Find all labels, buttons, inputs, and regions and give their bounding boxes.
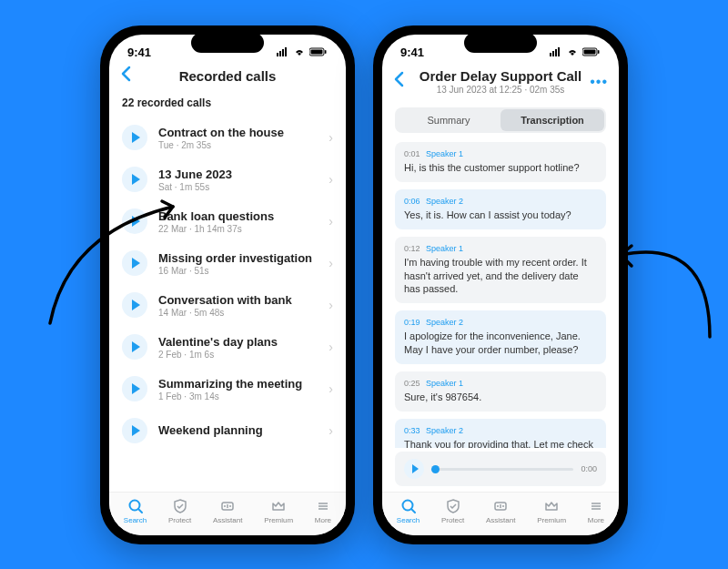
call-subtitle: 22 Mar · 1h 14m 37s — [158, 224, 318, 234]
bubble-text: Hi, is this the customer support hotline… — [404, 161, 597, 175]
svg-rect-5 — [311, 50, 323, 55]
call-item[interactable]: 13 June 2023 Sat · 1m 55s › — [109, 158, 346, 200]
bubble-text: I'm having trouble with my recent order.… — [404, 256, 597, 297]
recorded-calls-list[interactable]: Contract on the house Tue · 2m 35s › 13 … — [109, 117, 346, 492]
call-subtitle: 14 Mar · 5m 48s — [158, 308, 318, 318]
transcript-bubble: 0:19 Speaker 2 I apologize for the incon… — [395, 310, 606, 364]
phone-right-frame: 9:41 Order Delay Support Call 13 Jun 202… — [373, 25, 628, 544]
more-button[interactable]: ••• — [590, 74, 608, 90]
play-icon[interactable] — [122, 376, 147, 401]
tab-bar: SearchProtectAssistantPremiumMore — [382, 492, 619, 535]
call-item[interactable]: Missing order investigation 16 Mar · 51s… — [109, 242, 346, 284]
call-item[interactable]: Summarizing the meeting 1 Feb · 3m 14s › — [109, 368, 346, 410]
tab-protect[interactable]: Protect — [441, 498, 464, 524]
tab-label: Assistant — [213, 516, 242, 524]
tab-label: Search — [397, 516, 420, 524]
svg-rect-19 — [558, 47, 560, 56]
tab-more[interactable]: More — [315, 498, 331, 524]
tab-assistant[interactable]: Assistant — [213, 498, 242, 524]
tab-label: Protect — [168, 516, 191, 524]
back-button[interactable] — [120, 66, 131, 86]
signal-icon — [277, 46, 289, 59]
call-item[interactable]: Conversation with bank 14 Mar · 5m 48s › — [109, 284, 346, 326]
tab-assistant[interactable]: Assistant — [486, 498, 515, 524]
transcript-list[interactable]: 0:01 Speaker 1 Hi, is this the customer … — [382, 142, 619, 448]
bubble-text: Thank you for providing that. Let me che… — [404, 438, 597, 448]
tab-label: Protect — [441, 516, 464, 524]
search-icon — [127, 498, 144, 514]
tab-search[interactable]: Search — [124, 498, 147, 524]
progress-thumb[interactable] — [431, 465, 440, 473]
status-time: 9:41 — [127, 46, 151, 59]
tab-protect[interactable]: Protect — [168, 498, 191, 524]
tab-more[interactable]: More — [588, 498, 604, 524]
chevron-right-icon: › — [329, 256, 333, 270]
wifi-icon — [566, 46, 579, 59]
play-icon[interactable] — [122, 125, 147, 150]
transcript-bubble: 0:01 Speaker 1 Hi, is this the customer … — [395, 142, 606, 182]
more-icon — [588, 498, 604, 514]
back-button[interactable] — [393, 71, 404, 92]
signal-icon — [550, 46, 562, 59]
transcript-bubble: 0:25 Speaker 1 Sure, it's 987654. — [395, 371, 606, 412]
page-title: Order Delay Support Call — [420, 68, 581, 84]
tab-search[interactable]: Search — [397, 498, 420, 524]
tab-label: Search — [124, 516, 147, 524]
svg-rect-6 — [325, 50, 327, 54]
tab-transcription[interactable]: Transcription — [500, 109, 604, 131]
chevron-right-icon: › — [329, 172, 333, 187]
call-title: 13 June 2023 — [158, 168, 318, 181]
page-subtitle: 13 Jun 2023 at 12:25 · 02m 35s — [420, 85, 581, 95]
progress-bar[interactable] — [431, 468, 573, 471]
call-item[interactable]: Weekend planning › — [109, 410, 346, 452]
svg-rect-16 — [550, 53, 551, 56]
play-icon[interactable] — [122, 250, 147, 276]
status-icons — [277, 46, 328, 59]
play-button[interactable] — [404, 459, 424, 479]
svg-rect-21 — [584, 50, 596, 55]
wifi-icon — [293, 46, 306, 59]
status-icons — [550, 46, 601, 59]
tab-bar: SearchProtectAssistantPremiumMore — [109, 492, 346, 535]
call-subtitle: 1 Feb · 3m 14s — [158, 391, 318, 401]
more-icon — [315, 498, 331, 514]
segment-control: Summary Transcription — [395, 107, 606, 133]
transcript-bubble: 0:12 Speaker 1 I'm having trouble with m… — [395, 237, 606, 304]
svg-rect-2 — [282, 49, 284, 56]
notch — [191, 33, 264, 53]
play-icon[interactable] — [122, 334, 147, 360]
shield-icon — [445, 498, 461, 514]
tab-label: More — [588, 516, 604, 524]
call-title: Valentine's day plans — [158, 335, 318, 349]
call-title: Missing order investigation — [158, 251, 318, 265]
tab-label: More — [315, 516, 331, 524]
audio-player: 0:00 — [395, 452, 606, 486]
tab-premium[interactable]: Premium — [537, 498, 566, 524]
assistant-icon — [492, 498, 509, 514]
call-subtitle: Tue · 2m 35s — [158, 140, 318, 150]
status-time: 9:41 — [400, 46, 424, 59]
battery-icon — [582, 46, 601, 59]
list-count: 22 recorded calls — [109, 91, 346, 117]
play-icon[interactable] — [122, 418, 147, 443]
nav-bar: Order Delay Support Call 13 Jun 2023 at … — [382, 63, 619, 102]
search-icon — [400, 498, 417, 514]
player-time: 0:00 — [581, 464, 597, 473]
call-item[interactable]: Bank loan questions 22 Mar · 1h 14m 37s … — [109, 200, 346, 242]
transcript-bubble: 0:33 Speaker 2 Thank you for providing t… — [395, 419, 606, 448]
tab-premium[interactable]: Premium — [264, 498, 293, 524]
bubble-text: Yes, it is. How can I assist you today? — [404, 208, 597, 222]
tab-label: Premium — [264, 516, 293, 524]
play-icon[interactable] — [122, 167, 147, 192]
tab-summary[interactable]: Summary — [397, 109, 500, 131]
tab-label: Assistant — [486, 516, 515, 524]
call-item[interactable]: Valentine's day plans 2 Feb · 1m 6s › — [109, 326, 346, 368]
bubble-text: Sure, it's 987654. — [404, 391, 597, 404]
play-icon[interactable] — [122, 292, 147, 318]
call-item[interactable]: Contract on the house Tue · 2m 35s › — [109, 117, 346, 158]
play-icon[interactable] — [122, 208, 147, 234]
crown-icon — [543, 498, 560, 514]
screen-left: 9:41 Recorded calls 22 recorded cal — [109, 35, 346, 535]
call-title: Summarizing the meeting — [158, 377, 318, 391]
screen-right: 9:41 Order Delay Support Call 13 Jun 202… — [382, 35, 619, 535]
